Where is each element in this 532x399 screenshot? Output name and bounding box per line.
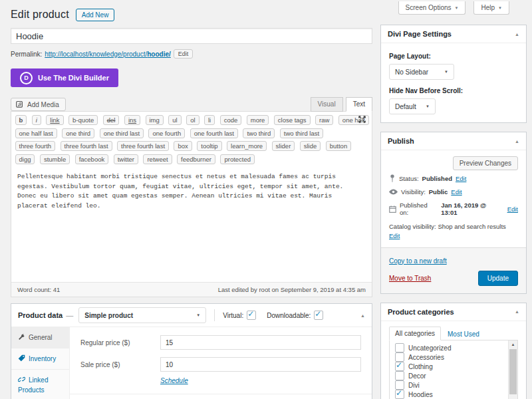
toolbar-ins-button[interactable]: ins [124, 115, 140, 125]
category-checkbox[interactable] [395, 371, 404, 380]
toolbar-shortcode-button[interactable]: retweet [143, 154, 172, 164]
toolbar-closetags-button[interactable]: close tags [274, 115, 311, 125]
add-new-button[interactable]: Add New [76, 9, 115, 21]
category-checkbox[interactable] [395, 362, 404, 371]
toolbar-shortcode-button[interactable]: stumble [40, 154, 70, 164]
visibility-row: Visibility: Public Edit [389, 188, 518, 196]
fullscreen-icon[interactable] [358, 115, 366, 124]
toolbar-shortcode-button[interactable]: feedburner [177, 154, 215, 164]
scroll-up-icon[interactable]: ▲ [509, 342, 517, 346]
toolbar-shortcode-button[interactable]: one half last [15, 128, 57, 138]
toolbar-bquote-button[interactable]: b-quote [68, 115, 98, 125]
permalink-link[interactable]: http://localhost/knowledge/product/hoodi… [45, 51, 171, 58]
toolbar-ol-button[interactable]: ol [186, 115, 199, 125]
edit-visibility-link[interactable]: Edit [451, 188, 462, 196]
toolbar-shortcode-button[interactable]: three fourth last [61, 141, 112, 151]
category-checkbox[interactable] [395, 390, 404, 399]
editor-textarea[interactable]: Pellentesque habitant morbi tristique se… [11, 167, 372, 282]
virtual-checkbox[interactable] [247, 311, 256, 320]
toolbar-shortcode-button[interactable]: one third [62, 128, 94, 138]
page-layout-select[interactable]: No Sidebar ▼ [389, 64, 454, 80]
tab-most-used[interactable]: Most Used [441, 328, 486, 340]
toolbar-li-button[interactable]: li [204, 115, 215, 125]
virtual-label: Virtual: [223, 312, 243, 319]
toolbar-shortcode-button[interactable]: three fourth [15, 141, 56, 151]
screen-options-button[interactable]: Screen Options ▼ [398, 1, 466, 15]
collapse-toggle-icon[interactable]: ▲ [515, 139, 519, 144]
publish-header[interactable]: Publish ▲ [381, 132, 526, 150]
publishing-actions: Copy to a new draft Move to Trash Update [381, 247, 526, 293]
toolbar-code-button[interactable]: code [220, 115, 242, 125]
move-to-trash-link[interactable]: Move to Trash [389, 275, 431, 282]
permalink-url: http://localhost/knowledge/product/ [45, 51, 147, 58]
sale-price-label: Sale price ($) [80, 361, 160, 368]
tab-linked-products[interactable]: Linked Products [11, 370, 69, 399]
published-on-label: Published on: [400, 201, 438, 216]
edit-status-link[interactable]: Edit [456, 175, 466, 182]
regular-price-label: Regular price ($) [80, 339, 160, 346]
category-label: Clothing [408, 363, 433, 370]
toolbar-row: digg stumble facebook twitter retweet fe… [14, 152, 369, 166]
copy-to-draft-link[interactable]: Copy to a new draft [389, 257, 447, 265]
help-button[interactable]: Help ▼ [473, 1, 509, 15]
schedule-link[interactable]: Schedule [160, 377, 188, 384]
permalink-edit-button[interactable]: Edit [174, 49, 194, 59]
edit-catalog-link[interactable]: Edit [389, 232, 400, 239]
toolbar-shortcode-button[interactable]: protected [220, 154, 255, 164]
toolbar-shortcode-button[interactable]: one fourth last [190, 128, 238, 138]
category-item: Hoodies [395, 390, 504, 399]
toolbar-shortcode-button[interactable]: twitter [114, 154, 138, 164]
collapse-toggle-icon[interactable]: ▲ [515, 32, 519, 37]
toolbar-b-button[interactable]: b [15, 115, 27, 125]
toolbar-shortcode-button[interactable]: two third [243, 128, 275, 138]
toolbar-more-button[interactable]: more [247, 115, 269, 125]
toolbar-shortcode-button[interactable]: two third last [280, 128, 323, 138]
downloadable-checkbox[interactable] [314, 311, 323, 320]
toolbar-shortcode-button[interactable]: button [326, 141, 351, 151]
update-button[interactable]: Update [478, 271, 518, 286]
product-categories-panel: Product categories ▲ All categories Most… [380, 303, 527, 399]
category-checkbox[interactable] [395, 343, 404, 352]
add-media-button[interactable]: Add Media [11, 98, 66, 111]
tab-visual[interactable]: Visual [311, 97, 343, 112]
scrollbar-thumb[interactable] [509, 349, 517, 394]
toolbar-shortcode-button[interactable]: one third last [100, 128, 144, 138]
categories-header[interactable]: Product categories ▲ [381, 303, 526, 321]
collapse-toggle-icon[interactable]: ▲ [515, 309, 519, 314]
divi-settings-header[interactable]: Divi Page Settings ▲ [381, 25, 526, 43]
edit-published-link[interactable]: Edit [507, 205, 518, 213]
toolbar-img-button[interactable]: img [146, 115, 164, 125]
toolbar-raw-button[interactable]: raw [315, 115, 333, 125]
toolbar-shortcode-button[interactable]: digg [15, 154, 35, 164]
toolbar-shortcode-button[interactable]: box [174, 141, 192, 151]
scrollbar[interactable]: ▲ ▼ [508, 340, 517, 399]
toolbar-shortcode-button[interactable]: three fourth last [117, 141, 169, 151]
toolbar-shortcode-button[interactable]: learn_more [227, 141, 267, 151]
toolbar-link-button[interactable]: link [46, 115, 63, 125]
toolbar-shortcode-button[interactable]: slide [300, 141, 321, 151]
toolbar-shortcode-button[interactable]: one fourth [148, 128, 185, 138]
toolbar-shortcode-button[interactable]: slider [272, 141, 295, 151]
page-header: Edit product Add New [11, 6, 372, 23]
collapse-toggle-icon[interactable]: ▲ [360, 313, 365, 318]
toolbar-del-button[interactable]: del [103, 115, 120, 125]
regular-price-input[interactable] [160, 335, 361, 350]
preview-changes-button[interactable]: Preview Changes [453, 156, 518, 170]
product-data-title: Product data [18, 311, 63, 319]
sale-price-input[interactable] [160, 357, 361, 372]
toolbar-ul-button[interactable]: ul [168, 115, 181, 125]
tab-all-categories[interactable]: All categories [389, 327, 441, 340]
tab-inventory[interactable]: Inventory [11, 348, 69, 370]
use-divi-builder-button[interactable]: D Use The Divi Builder [11, 68, 118, 87]
toolbar-shortcode-button[interactable]: facebook [75, 154, 109, 164]
toolbar-i-button[interactable]: i [32, 115, 41, 125]
product-title-input[interactable] [11, 28, 372, 44]
product-data-panel: Product data — Simple product ▼ Virtual:… [11, 303, 372, 399]
tab-general[interactable]: General [11, 327, 69, 348]
product-type-select[interactable]: Simple product ▼ [78, 307, 206, 323]
status-value: Published [422, 175, 452, 182]
tab-text[interactable]: Text [346, 97, 372, 112]
hide-nav-select[interactable]: Default ▼ [389, 98, 436, 114]
toolbar-shortcode-button[interactable]: tooltip [197, 141, 221, 151]
category-label: Decor [408, 372, 426, 380]
